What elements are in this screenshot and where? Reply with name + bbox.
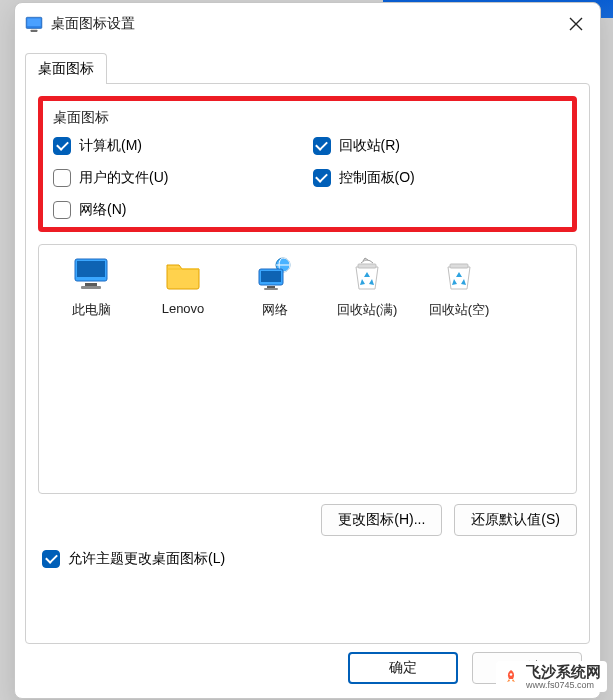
- svg-rect-12: [358, 264, 376, 268]
- desktop-icon-settings-dialog: 桌面图标设置 桌面图标 桌面图标 计算机(M) 回: [14, 2, 601, 699]
- icon-label: 回收站(空): [429, 301, 490, 319]
- checkbox-recycle-bin[interactable]: [313, 137, 331, 155]
- icon-label: 回收站(满): [337, 301, 398, 319]
- restore-default-button[interactable]: 还原默认值(S): [454, 504, 577, 536]
- network-icon: [255, 255, 295, 295]
- dialog-title: 桌面图标设置: [51, 15, 135, 33]
- svg-rect-5: [85, 283, 97, 286]
- label-network: 网络(N): [79, 201, 126, 219]
- icon-item-this-pc[interactable]: 此电脑: [45, 255, 137, 319]
- icon-item-lenovo[interactable]: Lenovo: [137, 255, 229, 316]
- icon-item-recycle-empty[interactable]: 回收站(空): [413, 255, 505, 319]
- svg-rect-1: [27, 18, 41, 26]
- label-control-panel: 控制面板(O): [339, 169, 415, 187]
- svg-rect-2: [31, 30, 38, 32]
- watermark-subtitle: www.fs0745.com: [526, 680, 601, 690]
- watermark: 飞沙系统网 www.fs0745.com: [496, 661, 607, 692]
- icon-preview-list[interactable]: 此电脑 Lenovo: [38, 244, 577, 494]
- titlebar: 桌面图标设置: [15, 3, 600, 45]
- rocket-icon: [502, 668, 520, 686]
- label-recycle-bin: 回收站(R): [339, 137, 400, 155]
- desktop-icons-group: 桌面图标 计算机(M) 回收站(R) 用户的文件(U): [38, 96, 577, 232]
- group-title: 桌面图标: [53, 109, 562, 127]
- label-user-files: 用户的文件(U): [79, 169, 168, 187]
- close-button[interactable]: [552, 4, 600, 44]
- svg-rect-4: [77, 261, 105, 277]
- svg-point-14: [510, 673, 513, 676]
- system-icon: [25, 15, 43, 33]
- close-icon: [569, 17, 583, 31]
- svg-rect-13: [450, 264, 468, 268]
- checkbox-computer[interactable]: [53, 137, 71, 155]
- icon-label: 此电脑: [72, 301, 111, 319]
- icon-item-recycle-full[interactable]: 回收站(满): [321, 255, 413, 319]
- icon-item-network[interactable]: 网络: [229, 255, 321, 319]
- svg-rect-10: [267, 286, 275, 288]
- recycle-full-icon: [347, 255, 387, 295]
- tab-desktop-icons[interactable]: 桌面图标: [25, 53, 107, 84]
- tab-page: 桌面图标 计算机(M) 回收站(R) 用户的文件(U): [25, 83, 590, 644]
- checkbox-control-panel[interactable]: [313, 169, 331, 187]
- recycle-empty-icon: [439, 255, 479, 295]
- label-computer: 计算机(M): [79, 137, 142, 155]
- label-allow-theme: 允许主题更改桌面图标(L): [68, 550, 225, 568]
- svg-rect-11: [264, 288, 278, 290]
- tab-row: 桌面图标: [25, 53, 590, 84]
- checkbox-allow-theme[interactable]: [42, 550, 60, 568]
- change-icon-button[interactable]: 更改图标(H)...: [321, 504, 442, 536]
- checkbox-user-files[interactable]: [53, 169, 71, 187]
- icon-label: 网络: [262, 301, 288, 319]
- icon-label: Lenovo: [162, 301, 205, 316]
- svg-rect-6: [81, 286, 101, 289]
- ok-button[interactable]: 确定: [348, 652, 458, 684]
- this-pc-icon: [71, 255, 111, 295]
- svg-rect-9: [261, 271, 281, 282]
- checkbox-network[interactable]: [53, 201, 71, 219]
- folder-icon: [163, 255, 203, 295]
